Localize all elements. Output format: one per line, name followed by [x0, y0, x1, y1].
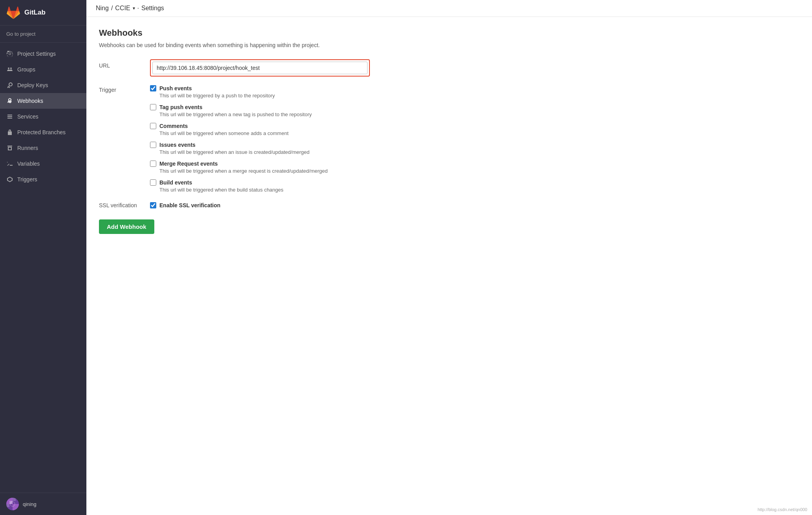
- sidebar-item-label: Project Settings: [17, 51, 56, 57]
- svg-point-0: [8, 68, 9, 69]
- sidebar-item-label: Triggers: [17, 176, 37, 183]
- breadcrumb-dot: ·: [137, 5, 139, 12]
- sidebar-item-deploy-keys[interactable]: Deploy Keys: [0, 77, 86, 93]
- gitlab-logo-icon: [6, 5, 20, 20]
- url-label: URL: [99, 59, 150, 69]
- breadcrumb: Ning / CCIE ▾ · Settings: [96, 5, 164, 12]
- ssl-row: SSL verification Enable SSL verification: [99, 202, 427, 208]
- url-input-wrapper: [150, 59, 370, 77]
- sidebar-item-project-settings[interactable]: Project Settings: [0, 46, 86, 62]
- push-events-desc: This url will be triggered by a push to …: [159, 93, 427, 99]
- svg-rect-7: [13, 498, 16, 501]
- page-title: Webhooks: [99, 28, 427, 38]
- sidebar-header: GitLab: [0, 0, 86, 26]
- sidebar-item-groups[interactable]: Groups: [0, 62, 86, 77]
- merge-request-events-desc: This url will be triggered when a merge …: [159, 168, 427, 174]
- svg-rect-6: [6, 504, 9, 507]
- main-content: Ning / CCIE ▾ · Settings Webhooks Webhoo…: [86, 0, 812, 515]
- build-events-desc: This url will be triggered when the buil…: [159, 187, 427, 193]
- sidebar-item-protected-branches[interactable]: Protected Branches: [0, 124, 86, 140]
- sidebar-item-label: Webhooks: [17, 98, 43, 104]
- trigger-push-events: Push events This url will be triggered b…: [150, 85, 427, 99]
- trigger-label: Trigger: [99, 85, 150, 93]
- avatar: [6, 498, 19, 510]
- watermark: http://blog.csdn.net/qn000: [757, 507, 807, 512]
- tag-push-events-checkbox[interactable]: [150, 104, 156, 110]
- sidebar-item-webhooks[interactable]: Webhooks: [0, 93, 86, 109]
- content-area: Webhooks Webhooks can be used for bindin…: [86, 17, 440, 245]
- sidebar-item-label: Deploy Keys: [17, 82, 48, 88]
- breadcrumb-page: Settings: [141, 5, 164, 12]
- comments-label: Comments: [159, 123, 188, 129]
- sidebar-item-label: Services: [17, 113, 38, 120]
- username-label: qining: [23, 501, 37, 507]
- sidebar: GitLab Go to project Project Settings Gr…: [0, 0, 86, 515]
- breadcrumb-dropdown-icon[interactable]: ▾: [133, 5, 135, 11]
- push-events-label: Push events: [159, 85, 192, 91]
- ssl-verification-checkbox[interactable]: [150, 202, 156, 208]
- breadcrumb-owner: Ning: [96, 5, 109, 12]
- svg-point-1: [10, 68, 12, 69]
- sidebar-item-triggers[interactable]: Triggers: [0, 172, 86, 187]
- trigger-build-events: Build events This url will be triggered …: [150, 179, 427, 193]
- go-to-project-link[interactable]: Go to project: [0, 26, 86, 43]
- issues-events-desc: This url will be triggered when an issue…: [159, 149, 427, 155]
- trigger-tag-push-events: Tag push events This url will be trigger…: [150, 104, 427, 117]
- trigger-issues-events: Issues events This url will be triggered…: [150, 142, 427, 155]
- sidebar-item-label: Groups: [17, 66, 35, 73]
- add-webhook-button[interactable]: Add Webhook: [99, 219, 154, 234]
- key-icon: [6, 82, 13, 89]
- trigger-row: Trigger Push events This url will be tri…: [99, 85, 427, 193]
- webhook-icon: [6, 97, 13, 104]
- tag-push-events-desc: This url will be triggered when a new ta…: [159, 111, 427, 117]
- ssl-label: SSL verification: [99, 202, 150, 208]
- runners-icon: [6, 144, 13, 152]
- build-events-checkbox[interactable]: [150, 179, 156, 186]
- groups-icon: [6, 66, 13, 73]
- sidebar-item-variables[interactable]: Variables: [0, 156, 86, 172]
- sidebar-nav: Project Settings Groups Deploy Keys Webh…: [0, 43, 86, 493]
- breadcrumb-separator: /: [111, 5, 113, 12]
- comments-checkbox[interactable]: [150, 123, 156, 129]
- svg-rect-4: [13, 504, 19, 510]
- merge-request-events-label: Merge Request events: [159, 161, 218, 167]
- build-events-label: Build events: [159, 179, 192, 186]
- url-input[interactable]: [152, 62, 368, 74]
- services-icon: [6, 113, 13, 120]
- top-bar: Ning / CCIE ▾ · Settings: [86, 0, 812, 17]
- page-description: Webhooks can be used for binding events …: [99, 42, 427, 48]
- lock-icon: [6, 129, 13, 136]
- sidebar-item-label: Variables: [17, 161, 40, 167]
- trigger-merge-request-events: Merge Request events This url will be tr…: [150, 161, 427, 174]
- sidebar-item-label: Protected Branches: [17, 129, 66, 135]
- breadcrumb-project: CCIE: [115, 5, 130, 12]
- url-field: [150, 59, 427, 77]
- ssl-option-label: Enable SSL verification: [159, 202, 220, 208]
- issues-events-checkbox[interactable]: [150, 142, 156, 148]
- sidebar-footer: qining: [0, 493, 86, 515]
- triggers-icon: [6, 176, 13, 183]
- trigger-comments: Comments This url will be triggered when…: [150, 123, 427, 136]
- tag-push-events-label: Tag push events: [159, 104, 202, 110]
- variables-icon: [6, 160, 13, 167]
- sidebar-item-label: Runners: [17, 145, 38, 151]
- settings-icon: [6, 50, 13, 57]
- issues-events-label: Issues events: [159, 142, 196, 148]
- merge-request-events-checkbox[interactable]: [150, 161, 156, 167]
- app-title: GitLab: [24, 9, 46, 16]
- push-events-checkbox[interactable]: [150, 85, 156, 91]
- url-form-row: URL: [99, 59, 427, 77]
- trigger-options: Push events This url will be triggered b…: [150, 85, 427, 193]
- comments-desc: This url will be triggered when someone …: [159, 130, 427, 136]
- sidebar-item-runners[interactable]: Runners: [0, 140, 86, 156]
- sidebar-item-services[interactable]: Services: [0, 109, 86, 124]
